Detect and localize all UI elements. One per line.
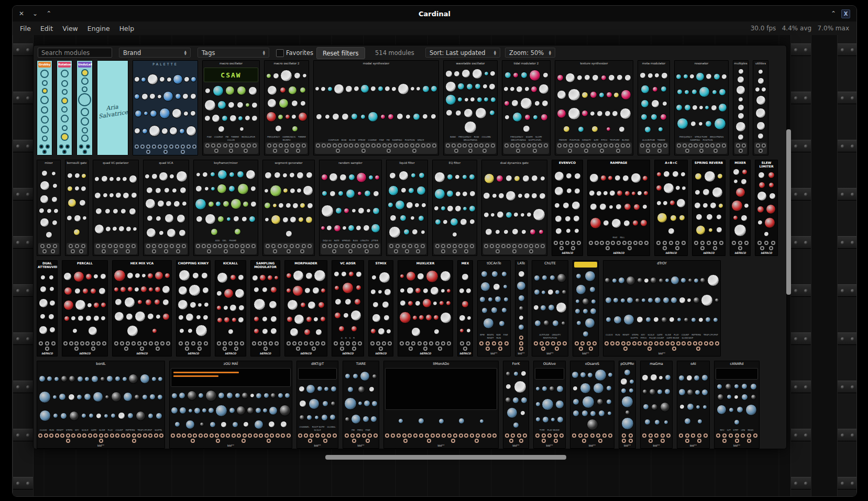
module-dual-dynamics-gate[interactable]: dual dynamics gate	[481, 160, 547, 256]
module-card[interactable]: bId°°	[573, 260, 599, 357]
tags-dropdown[interactable]: Tags ▲▼	[197, 48, 269, 58]
knob-icon	[581, 110, 588, 117]
knob-icon	[74, 186, 80, 191]
module-palette[interactable]: PALETTE	[133, 60, 198, 155]
knob-field	[145, 167, 188, 242]
module-wavetable-oscillator[interactable]: wavetable oscillatorBANKFREQUENCYROWCOLU…	[443, 60, 498, 155]
knob-icon	[459, 288, 465, 294]
jack-icon	[559, 241, 564, 245]
knob-icon	[701, 294, 713, 306]
module-limonade[interactable]: lIMonADebId°°	[383, 361, 499, 449]
module-bernoulli-gate[interactable]: bernoulli gate	[65, 160, 89, 256]
module-morphader[interactable]: MORPHADERbEFACO	[284, 260, 327, 357]
horizontal-scrollbar[interactable]	[325, 455, 566, 460]
module-hex-mix-vca[interactable]: HEX MIX VCAbEFACO	[112, 260, 172, 357]
module-aria-salvatrice[interactable]: Aria Salvatrice	[97, 60, 128, 155]
expand-up-icon[interactable]: ⌃	[831, 10, 836, 17]
module-mixer[interactable]: MIXERbEFACO	[730, 160, 751, 256]
reset-filters-button[interactable]: Reset filters	[316, 47, 365, 59]
module-magma[interactable]: maGmabId°°	[640, 361, 673, 449]
module-meta-modulator[interactable]: meta modulatorALGORITHMTIMBRE	[638, 60, 670, 155]
favorites-checkbox[interactable]	[276, 49, 284, 57]
sort-dropdown[interactable]: Sort: Last updated ▲▼	[425, 48, 500, 58]
module-grubby[interactable]: Grubby	[37, 60, 52, 155]
knob-icon	[306, 415, 312, 420]
module-rotatoes[interactable]: Rotatoes	[57, 60, 72, 155]
knob-icon	[345, 417, 350, 422]
module-dikt-t[interactable]: dIKT@TCHANNELROOT NOTEGLOBALSCALEbId°°	[296, 361, 338, 449]
module-spring-reverb[interactable]: SPRING REVERBbEFACO	[692, 160, 726, 256]
module-bordl[interactable]: bordLCLOCKRUNRESETSTEPSKEYSCALEGATESLIDE…	[37, 361, 165, 449]
module-vc-adsr[interactable]: VC ADSRADSRbEFACO	[332, 260, 364, 357]
module-utilities[interactable]: utilities	[753, 60, 768, 155]
module-macro-oscillator-2[interactable]: macro oscillator 2FREQUENCYHARMONICSTIMB…	[264, 60, 309, 155]
jack-icon	[665, 341, 669, 346]
jack-icon	[535, 244, 539, 248]
module-a-b-c[interactable]: A+B+CbEFACO	[654, 160, 688, 256]
jack-icon	[348, 249, 353, 253]
module-edsaros[interactable]: eDsaroSbId°°	[570, 361, 614, 449]
module-kickall[interactable]: KICKALLbEFACO	[215, 260, 246, 357]
module-dtroy[interactable]: dTrOYCLOCKRUNRESETSTEPSKEYSCALEGATESLIDE…	[603, 260, 721, 357]
module-oai[interactable]: oAIbId°°	[677, 361, 710, 449]
module-sampling-modulator[interactable]: SAMPLING MODULATORbEFACO	[250, 260, 280, 357]
module-poupre[interactable]: pOUPRebId°°	[619, 361, 636, 449]
menu-edit[interactable]: Edit	[40, 25, 53, 32]
module-modal-synthesizer[interactable]: modal synthesizerCONTOURBOWBLOWSTRIKECOA…	[313, 60, 439, 155]
menu-file[interactable]: File	[20, 25, 31, 32]
module-muxlicer[interactable]: MUXLICERbEFACO	[398, 260, 453, 357]
module-macro-oscillator[interactable]: macro oscillatorCSAWFINECOARSEFMTIMBREMO…	[202, 60, 260, 155]
module-multiples[interactable]: multiples	[733, 60, 749, 155]
knob-icon	[94, 192, 101, 199]
module-chopping-kinky[interactable]: CHOPPING KINKYbEFACO	[176, 260, 211, 357]
module-resonator[interactable]: resonatorFREQUENCYSTRUCTUREBRIGHTNESSDAM…	[674, 60, 729, 155]
module-percall[interactable]: PERCALLbEFACO	[62, 260, 108, 357]
module-late[interactable]: LATebId°°	[515, 260, 528, 357]
knob-icon	[645, 317, 651, 322]
module-mex[interactable]: MEXbEFACO	[457, 260, 473, 357]
search-input[interactable]	[38, 48, 112, 58]
menu-view[interactable]: View	[62, 25, 78, 32]
knob-icon	[188, 408, 193, 413]
module-texture-synthesizer[interactable]: texture synthesizerFREEZEPOSITIONDENSITY…	[555, 60, 633, 155]
jack-icon	[496, 244, 500, 248]
module-quad-vca[interactable]: quad VCA	[143, 160, 189, 256]
module-evenvco[interactable]: evenVCObEFACO	[552, 160, 583, 256]
knob-icon	[663, 201, 668, 206]
module-mixer[interactable]: mixer	[37, 160, 61, 256]
zoom-dropdown[interactable]: Zoom: 50% ▲▼	[505, 48, 555, 58]
knob-icon	[179, 328, 184, 333]
module-dual-attenuverter[interactable]: DUAL ATTENUVERTERbEFACO	[37, 260, 58, 357]
knob-icon	[641, 99, 649, 108]
screw-icon	[26, 96, 30, 100]
rail-segment	[791, 140, 811, 152]
module-chute[interactable]: ChUTEALTITUDEGRAVITYRESTITUTIONbId°°	[532, 260, 568, 357]
module-stmix[interactable]: STMIXbEFACO	[368, 260, 393, 357]
module-tiare[interactable]: TiAREFMFREQFINEbId°°	[343, 361, 379, 449]
menu-help[interactable]: Help	[119, 25, 135, 32]
module-slew-limiter[interactable]: SLEW LIMITERbEFACO	[755, 160, 778, 256]
knob-icon	[156, 413, 162, 419]
module-tidal-modulator-2[interactable]: tidal modulator 2FREQUENCYSHAPESLOPESMOO…	[502, 60, 551, 155]
module-zo-ma[interactable]: zOÙ MAÏbId°°	[169, 361, 292, 449]
module-eq-filter[interactable]: EQ filter	[432, 160, 477, 256]
module-rampage[interactable]: RAMPAGERISEFALLbEFACO	[587, 160, 650, 256]
knob-icon	[572, 371, 579, 378]
knob-icon	[513, 371, 519, 376]
module-tocante[interactable]: tOCAnTeBPMBEATSBARFINERESETRUNbId°°	[477, 260, 511, 357]
module-keyframer-mixer[interactable]: keyframer/mixerADDDELFRAME	[193, 160, 258, 256]
module-liquid-filter[interactable]: liquid filter	[386, 160, 428, 256]
module-undular[interactable]: UnduLaR	[76, 60, 93, 155]
menu-engine[interactable]: Engine	[87, 25, 110, 32]
module-canard[interactable]: cANARdRECG/TSTRTLENREADbId°°	[714, 361, 760, 449]
module-fork[interactable]: ForKbId°°	[503, 361, 529, 449]
knob-icon	[221, 421, 227, 428]
vertical-scrollbar[interactable]	[786, 129, 791, 295]
knob-icon	[384, 288, 391, 296]
knob-icon	[113, 208, 118, 214]
module-segment-generator[interactable]: segment generator	[262, 160, 315, 256]
module-quad-vc-polarizer[interactable]: quad VC-polarizer	[93, 160, 139, 256]
brand-dropdown[interactable]: Brand ▲▼	[119, 48, 191, 58]
module-random-sampler[interactable]: random samplerDEJA VURATESPREADBIASLENGT…	[319, 160, 382, 256]
module-ouaive[interactable]: OUAIveTYPEPLAY MODEbId°°	[533, 361, 566, 449]
